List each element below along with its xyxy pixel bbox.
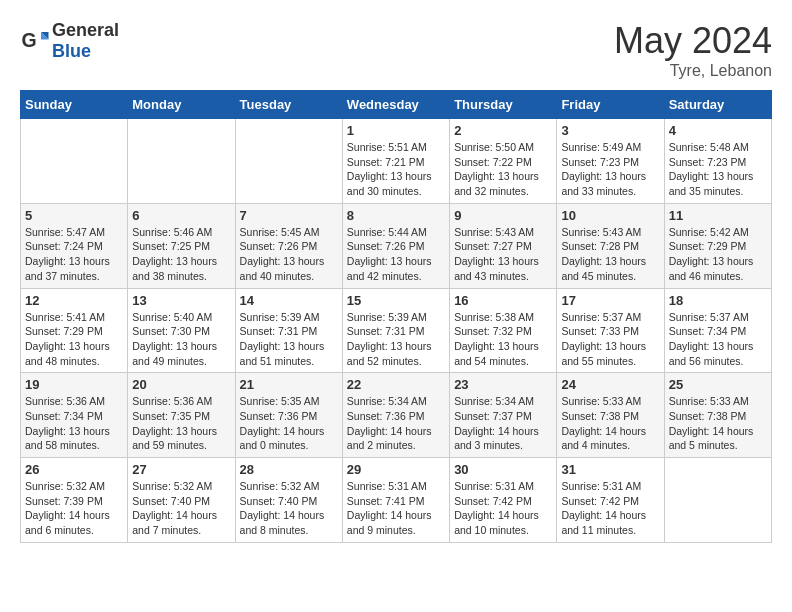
day-cell: 22Sunrise: 5:34 AM Sunset: 7:36 PM Dayli… [342, 373, 449, 458]
day-number: 13 [132, 293, 230, 308]
day-cell [664, 458, 771, 543]
day-info: Sunrise: 5:50 AM Sunset: 7:22 PM Dayligh… [454, 140, 552, 199]
day-number: 22 [347, 377, 445, 392]
month-title: May 2024 [614, 20, 772, 62]
weekday-header-wednesday: Wednesday [342, 91, 449, 119]
day-number: 3 [561, 123, 659, 138]
week-row-1: 1Sunrise: 5:51 AM Sunset: 7:21 PM Daylig… [21, 119, 772, 204]
day-info: Sunrise: 5:41 AM Sunset: 7:29 PM Dayligh… [25, 310, 123, 369]
logo-general-text: General [52, 20, 119, 41]
day-info: Sunrise: 5:47 AM Sunset: 7:24 PM Dayligh… [25, 225, 123, 284]
day-number: 4 [669, 123, 767, 138]
day-cell: 9Sunrise: 5:43 AM Sunset: 7:27 PM Daylig… [450, 203, 557, 288]
day-info: Sunrise: 5:44 AM Sunset: 7:26 PM Dayligh… [347, 225, 445, 284]
page-header: G General Blue May 2024 Tyre, Lebanon [20, 20, 772, 80]
title-area: May 2024 Tyre, Lebanon [614, 20, 772, 80]
day-cell: 1Sunrise: 5:51 AM Sunset: 7:21 PM Daylig… [342, 119, 449, 204]
logo: G General Blue [20, 20, 119, 62]
day-number: 28 [240, 462, 338, 477]
day-cell: 10Sunrise: 5:43 AM Sunset: 7:28 PM Dayli… [557, 203, 664, 288]
day-info: Sunrise: 5:49 AM Sunset: 7:23 PM Dayligh… [561, 140, 659, 199]
day-cell [235, 119, 342, 204]
day-cell: 3Sunrise: 5:49 AM Sunset: 7:23 PM Daylig… [557, 119, 664, 204]
day-info: Sunrise: 5:34 AM Sunset: 7:36 PM Dayligh… [347, 394, 445, 453]
day-cell: 31Sunrise: 5:31 AM Sunset: 7:42 PM Dayli… [557, 458, 664, 543]
svg-text:G: G [22, 29, 37, 51]
week-row-5: 26Sunrise: 5:32 AM Sunset: 7:39 PM Dayli… [21, 458, 772, 543]
day-info: Sunrise: 5:35 AM Sunset: 7:36 PM Dayligh… [240, 394, 338, 453]
day-cell: 11Sunrise: 5:42 AM Sunset: 7:29 PM Dayli… [664, 203, 771, 288]
day-cell: 15Sunrise: 5:39 AM Sunset: 7:31 PM Dayli… [342, 288, 449, 373]
day-info: Sunrise: 5:31 AM Sunset: 7:42 PM Dayligh… [561, 479, 659, 538]
weekday-header-tuesday: Tuesday [235, 91, 342, 119]
day-info: Sunrise: 5:33 AM Sunset: 7:38 PM Dayligh… [561, 394, 659, 453]
day-number: 29 [347, 462, 445, 477]
day-number: 5 [25, 208, 123, 223]
weekday-header-saturday: Saturday [664, 91, 771, 119]
weekday-header-row: SundayMondayTuesdayWednesdayThursdayFrid… [21, 91, 772, 119]
week-row-2: 5Sunrise: 5:47 AM Sunset: 7:24 PM Daylig… [21, 203, 772, 288]
day-cell [128, 119, 235, 204]
day-cell: 12Sunrise: 5:41 AM Sunset: 7:29 PM Dayli… [21, 288, 128, 373]
day-cell: 13Sunrise: 5:40 AM Sunset: 7:30 PM Dayli… [128, 288, 235, 373]
day-cell: 16Sunrise: 5:38 AM Sunset: 7:32 PM Dayli… [450, 288, 557, 373]
day-info: Sunrise: 5:32 AM Sunset: 7:40 PM Dayligh… [240, 479, 338, 538]
day-cell: 6Sunrise: 5:46 AM Sunset: 7:25 PM Daylig… [128, 203, 235, 288]
day-cell: 18Sunrise: 5:37 AM Sunset: 7:34 PM Dayli… [664, 288, 771, 373]
day-cell: 26Sunrise: 5:32 AM Sunset: 7:39 PM Dayli… [21, 458, 128, 543]
day-cell [21, 119, 128, 204]
day-number: 26 [25, 462, 123, 477]
day-info: Sunrise: 5:51 AM Sunset: 7:21 PM Dayligh… [347, 140, 445, 199]
day-info: Sunrise: 5:38 AM Sunset: 7:32 PM Dayligh… [454, 310, 552, 369]
day-number: 7 [240, 208, 338, 223]
day-cell: 28Sunrise: 5:32 AM Sunset: 7:40 PM Dayli… [235, 458, 342, 543]
week-row-3: 12Sunrise: 5:41 AM Sunset: 7:29 PM Dayli… [21, 288, 772, 373]
weekday-header-thursday: Thursday [450, 91, 557, 119]
day-info: Sunrise: 5:32 AM Sunset: 7:40 PM Dayligh… [132, 479, 230, 538]
day-cell: 25Sunrise: 5:33 AM Sunset: 7:38 PM Dayli… [664, 373, 771, 458]
day-cell: 17Sunrise: 5:37 AM Sunset: 7:33 PM Dayli… [557, 288, 664, 373]
day-number: 14 [240, 293, 338, 308]
day-cell: 23Sunrise: 5:34 AM Sunset: 7:37 PM Dayli… [450, 373, 557, 458]
day-number: 20 [132, 377, 230, 392]
location: Tyre, Lebanon [614, 62, 772, 80]
day-cell: 5Sunrise: 5:47 AM Sunset: 7:24 PM Daylig… [21, 203, 128, 288]
day-number: 23 [454, 377, 552, 392]
day-cell: 19Sunrise: 5:36 AM Sunset: 7:34 PM Dayli… [21, 373, 128, 458]
day-number: 11 [669, 208, 767, 223]
weekday-header-monday: Monday [128, 91, 235, 119]
day-info: Sunrise: 5:37 AM Sunset: 7:34 PM Dayligh… [669, 310, 767, 369]
day-number: 16 [454, 293, 552, 308]
day-cell: 8Sunrise: 5:44 AM Sunset: 7:26 PM Daylig… [342, 203, 449, 288]
day-number: 19 [25, 377, 123, 392]
day-cell: 20Sunrise: 5:36 AM Sunset: 7:35 PM Dayli… [128, 373, 235, 458]
day-info: Sunrise: 5:43 AM Sunset: 7:28 PM Dayligh… [561, 225, 659, 284]
day-info: Sunrise: 5:39 AM Sunset: 7:31 PM Dayligh… [347, 310, 445, 369]
day-info: Sunrise: 5:34 AM Sunset: 7:37 PM Dayligh… [454, 394, 552, 453]
day-number: 31 [561, 462, 659, 477]
day-info: Sunrise: 5:42 AM Sunset: 7:29 PM Dayligh… [669, 225, 767, 284]
day-info: Sunrise: 5:31 AM Sunset: 7:42 PM Dayligh… [454, 479, 552, 538]
day-cell: 2Sunrise: 5:50 AM Sunset: 7:22 PM Daylig… [450, 119, 557, 204]
day-number: 9 [454, 208, 552, 223]
weekday-header-sunday: Sunday [21, 91, 128, 119]
day-info: Sunrise: 5:40 AM Sunset: 7:30 PM Dayligh… [132, 310, 230, 369]
day-info: Sunrise: 5:45 AM Sunset: 7:26 PM Dayligh… [240, 225, 338, 284]
day-number: 27 [132, 462, 230, 477]
day-cell: 4Sunrise: 5:48 AM Sunset: 7:23 PM Daylig… [664, 119, 771, 204]
day-cell: 27Sunrise: 5:32 AM Sunset: 7:40 PM Dayli… [128, 458, 235, 543]
day-number: 30 [454, 462, 552, 477]
day-number: 21 [240, 377, 338, 392]
logo-icon: G [20, 26, 50, 56]
day-cell: 21Sunrise: 5:35 AM Sunset: 7:36 PM Dayli… [235, 373, 342, 458]
day-info: Sunrise: 5:31 AM Sunset: 7:41 PM Dayligh… [347, 479, 445, 538]
day-number: 12 [25, 293, 123, 308]
day-info: Sunrise: 5:48 AM Sunset: 7:23 PM Dayligh… [669, 140, 767, 199]
day-number: 10 [561, 208, 659, 223]
day-info: Sunrise: 5:39 AM Sunset: 7:31 PM Dayligh… [240, 310, 338, 369]
day-cell: 7Sunrise: 5:45 AM Sunset: 7:26 PM Daylig… [235, 203, 342, 288]
day-number: 1 [347, 123, 445, 138]
day-info: Sunrise: 5:33 AM Sunset: 7:38 PM Dayligh… [669, 394, 767, 453]
day-number: 2 [454, 123, 552, 138]
day-info: Sunrise: 5:32 AM Sunset: 7:39 PM Dayligh… [25, 479, 123, 538]
